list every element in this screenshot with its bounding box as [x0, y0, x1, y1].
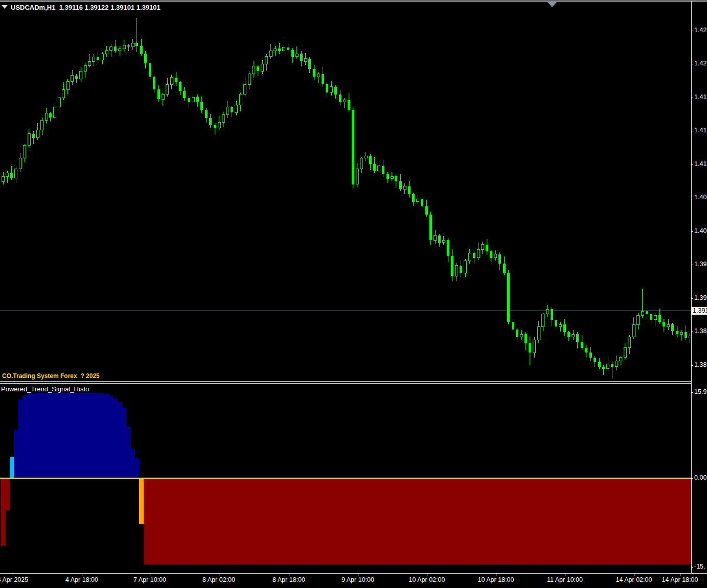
histogram-bar [299, 479, 304, 565]
candle-body-bear [205, 110, 208, 118]
candle-body-bull [71, 76, 74, 82]
histogram-bar [554, 479, 558, 565]
histogram-bar [679, 479, 683, 565]
candle-body-bull [330, 87, 333, 92]
price-axis-label: 1.39 [694, 261, 707, 268]
histogram-bar [606, 479, 610, 565]
histogram-bar [221, 479, 226, 565]
candle-body-bull [680, 332, 682, 334]
histogram-bar [225, 479, 230, 565]
price-axis-separator [691, 1, 692, 573]
histogram-bar [183, 479, 187, 565]
candle-body-bull [105, 50, 108, 54]
candle-body-bear [663, 322, 665, 327]
chart-canvas[interactable] [0, 0, 707, 588]
quote-low: 1.39101 [110, 4, 134, 11]
histogram-bar [498, 479, 503, 565]
candle-body-bear [144, 54, 147, 63]
candle-body-bear [685, 332, 687, 338]
candle-body-bull [641, 311, 644, 315]
candle-body-bear [231, 107, 233, 112]
histogram-bar [515, 479, 519, 565]
candle-body-bull [468, 253, 471, 261]
histogram-bar [234, 479, 239, 565]
histogram-bar [208, 479, 213, 565]
candle-body-bull [360, 158, 363, 169]
histogram-bar [592, 479, 597, 565]
candle-body-bull [166, 84, 169, 94]
histogram-bar [472, 479, 476, 565]
candle-body-bear [429, 215, 432, 241]
candle-body-bear [386, 174, 389, 179]
candle-body-bear [438, 236, 441, 243]
candle-body-bull [667, 324, 670, 326]
candle-body-bear [671, 324, 674, 331]
histogram-bar [433, 479, 438, 565]
chart-title: USDCADm,H1 1.39116 1.39122 1.39101 1.391… [2, 4, 161, 12]
histogram-bar [338, 479, 343, 565]
candle-body-bear [339, 95, 341, 102]
histogram-bar [18, 400, 23, 478]
histogram-bar [256, 479, 260, 565]
histogram-bar [105, 394, 109, 478]
histogram-bar [424, 479, 429, 565]
candle-body-bear [576, 334, 579, 342]
candle-wick [603, 365, 604, 375]
axis-tick [691, 332, 693, 332]
histogram-bar [247, 479, 252, 565]
histogram-bar [174, 479, 178, 565]
candle-body-bull [434, 236, 437, 241]
chart-shift-marker-icon[interactable] [548, 2, 557, 7]
histogram-bar [653, 479, 658, 565]
histogram-bar [260, 479, 265, 565]
candle-body-bear [278, 49, 281, 51]
panel-separator[interactable] [0, 381, 691, 382]
candle-body-bear [334, 87, 337, 95]
candle-body-bull [356, 169, 358, 184]
candle-body-bear [486, 245, 488, 252]
time-axis-tick [13, 573, 13, 576]
candle-body-bear [529, 343, 531, 352]
time-axis-label: 14 Apr 18:00 [662, 576, 698, 583]
candle-body-bear [382, 166, 384, 174]
candle-body-bull [80, 71, 82, 79]
histogram-bar [640, 479, 645, 565]
candle-body-bull [131, 43, 134, 46]
candle-body-bear [32, 134, 35, 138]
histogram-bar [321, 479, 325, 565]
histogram-bar [165, 479, 170, 565]
price-axis-label: 1.39 [694, 294, 707, 301]
candle-body-bear [412, 194, 415, 202]
candle-body-bull [295, 54, 298, 56]
histogram-bar [70, 393, 75, 478]
histogram-bar [118, 402, 122, 478]
histogram-bar [83, 393, 87, 478]
time-axis-label: 10 Apr 02:00 [409, 576, 445, 583]
candle-body-bull [101, 54, 104, 60]
axis-tick [691, 567, 693, 568]
candle-body-bear [598, 362, 601, 366]
histogram-bar [476, 479, 481, 565]
histogram-bar [420, 479, 424, 565]
histogram-bar [325, 479, 330, 565]
histogram-bar [286, 479, 290, 565]
histogram-bar [10, 457, 14, 478]
candle-body-bear [473, 253, 475, 258]
indicator-name-label: Powered_Trend_Signal_Histo [1, 385, 89, 393]
time-axis-label: 7 Apr 10:00 [133, 576, 166, 583]
histogram-bar [416, 479, 420, 565]
histogram-bar [631, 479, 636, 565]
histogram-bar [398, 479, 403, 565]
histogram-bar [14, 430, 18, 478]
panel-separator[interactable] [0, 383, 691, 384]
histogram-bar [523, 479, 528, 565]
candle-body-bear [658, 315, 661, 321]
candle-body-bull [88, 61, 91, 65]
candle-body-bull [265, 57, 268, 64]
histogram-bar [359, 479, 364, 565]
candle-body-bear [291, 50, 294, 56]
candle-body-bull [244, 84, 246, 94]
histogram-bar [316, 479, 321, 565]
candle-body-bull [62, 89, 65, 98]
candle-body-bear [140, 46, 143, 54]
